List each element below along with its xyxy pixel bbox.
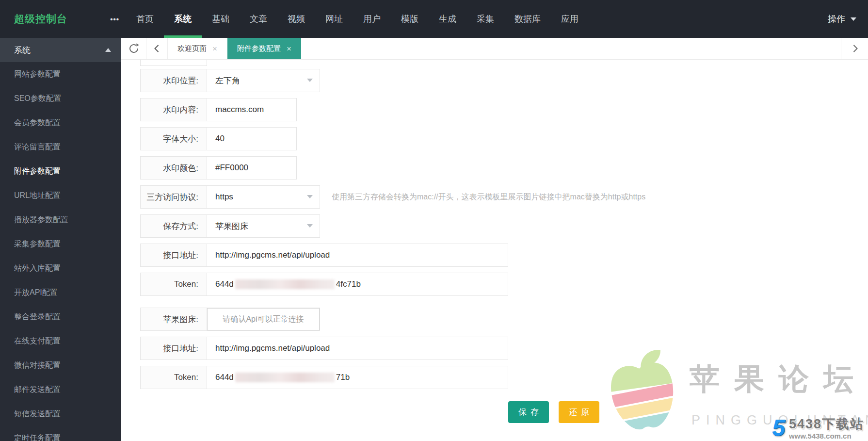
nav-item[interactable]: 视频 (277, 0, 315, 38)
font-size-row: 字体大小:40 (140, 127, 297, 150)
tab-close-icon[interactable]: × (287, 45, 291, 53)
apple-imgbed-status-label: 苹果图床: (141, 308, 207, 330)
nav-item[interactable]: 系统 (164, 0, 202, 38)
more-menu-icon[interactable]: ••• (110, 16, 119, 23)
sidebar-item[interactable]: 邮件发送配置 (0, 377, 121, 402)
sidebar-item[interactable]: 短信发送配置 (0, 402, 121, 426)
clipped-field-above (140, 60, 207, 66)
watermark-position-row: 水印位置:左下角 (140, 69, 320, 92)
token-input[interactable]: 644d4fc71b (207, 273, 508, 295)
sidebar-item[interactable]: 站外入库配置 (0, 256, 121, 280)
tabs-scroll-right-button[interactable] (841, 38, 868, 59)
tab-close-icon[interactable]: × (212, 45, 217, 53)
form-row: Token:644d71b (140, 366, 868, 389)
third-party-protocol-select[interactable]: https (207, 186, 320, 208)
api-url-input[interactable]: http://img.pgcms.net/api/upload (207, 244, 508, 266)
refresh-button[interactable] (121, 38, 146, 59)
tab-spacer (301, 38, 841, 59)
chevron-right-icon (850, 44, 860, 53)
sidebar-item[interactable]: 播放器参数配置 (0, 208, 121, 232)
token-suffix: 4fc71b (336, 279, 361, 289)
form-row: 接口地址:http://img.pgcms.net/api/upload (140, 244, 868, 267)
sidebar-item[interactable]: 开放API配置 (0, 280, 121, 305)
api-url-2-input[interactable]: http://img.pgcms.net/api/upload (207, 337, 508, 359)
page-body: 系统 网站参数配置SEO参数配置会员参数配置评论留言配置附件参数配置URL地址配… (0, 38, 868, 441)
token-prefix: 644d (215, 279, 234, 289)
watermark-content-row: 水印内容:maccms.com (140, 98, 297, 121)
tab[interactable]: 附件参数配置× (227, 38, 301, 59)
redacted-blur (235, 279, 335, 289)
watermark-color-label: 水印颜色: (141, 157, 207, 179)
form-row: 水印位置:左下角 (140, 69, 868, 92)
sidebar-item[interactable]: 采集参数配置 (0, 232, 121, 256)
tabs: 欢迎页面×附件参数配置× (168, 38, 301, 59)
save-method-row: 保存方式:苹果图床 (140, 214, 320, 238)
top-nav: 首页系统基础文章视频网址用户模版生成采集数据库应用 (126, 0, 589, 38)
third-party-protocol-value: https (215, 192, 233, 202)
watermark-position-value: 左下角 (215, 75, 240, 86)
nav-item[interactable]: 用户 (353, 0, 391, 38)
apple-imgbed-status-row: 苹果图床:请确认Api可以正常连接 (140, 308, 320, 331)
apple-imgbed-status-cell: 请确认Api可以正常连接 (207, 308, 320, 330)
sidebar: 系统 网站参数配置SEO参数配置会员参数配置评论留言配置附件参数配置URL地址配… (0, 38, 121, 441)
nav-item[interactable]: 首页 (126, 0, 164, 38)
save-method-label: 保存方式: (141, 215, 207, 237)
save-button[interactable]: 保存 (508, 401, 549, 423)
sidebar-group-label: 系统 (14, 45, 31, 56)
token-label: Token: (141, 273, 207, 295)
tab[interactable]: 欢迎页面× (168, 38, 227, 59)
save-method-select[interactable]: 苹果图床 (207, 215, 320, 237)
field-hint: 使用第三方存储会转换为mac://开头，这表示模板里展示图片链接中把mac替换为… (332, 192, 645, 202)
api-check-button[interactable]: 请确认Api可以正常连接 (207, 308, 320, 330)
watermark-content-value: maccms.com (215, 105, 264, 114)
nav-item[interactable]: 应用 (551, 0, 589, 38)
sidebar-item[interactable]: 附件参数配置 (0, 159, 121, 183)
tab-label: 附件参数配置 (237, 44, 281, 53)
form-row: 苹果图床:请确认Api可以正常连接 (140, 308, 868, 331)
top-bar: 超级控制台 ••• 首页系统基础文章视频网址用户模版生成采集数据库应用 操作 (0, 0, 868, 38)
nav-item[interactable]: 基础 (202, 0, 240, 38)
form-row: 接口地址:http://img.pgcms.net/api/upload (140, 337, 868, 360)
action-menu[interactable]: 操作 (828, 0, 868, 38)
sidebar-item[interactable]: 在线支付配置 (0, 329, 121, 353)
sidebar-item[interactable]: URL地址配置 (0, 183, 121, 208)
tabs-scroll-left-button[interactable] (146, 38, 168, 59)
chevron-up-icon (105, 45, 111, 52)
watermark-color-row: 水印颜色:#FF0000 (140, 156, 297, 180)
sidebar-item[interactable]: SEO参数配置 (0, 86, 121, 111)
nav-item[interactable]: 数据库 (504, 0, 551, 38)
watermark-content-input[interactable]: maccms.com (207, 98, 296, 121)
api-url-row: 接口地址:http://img.pgcms.net/api/upload (140, 244, 508, 267)
nav-item[interactable]: 文章 (240, 0, 277, 38)
dropdown-caret-icon (307, 195, 313, 201)
sidebar-item[interactable]: 会员参数配置 (0, 111, 121, 135)
sidebar-item[interactable]: 定时任务配置 (0, 426, 121, 441)
api-url-value: http://img.pgcms.net/api/upload (215, 250, 330, 260)
reset-button[interactable]: 还原 (559, 401, 599, 423)
form-row: 三方访问协议:https使用第三方存储会转换为mac://开头，这表示模板里展示… (140, 185, 868, 209)
form-actions: 保存 还原 (508, 401, 868, 423)
sidebar-group-header[interactable]: 系统 (0, 38, 121, 62)
watermark-color-input[interactable]: #FF0000 (207, 157, 296, 179)
font-size-input[interactable]: 40 (207, 128, 296, 150)
sidebar-items: 网站参数配置SEO参数配置会员参数配置评论留言配置附件参数配置URL地址配置播放… (0, 62, 121, 441)
sidebar-item[interactable]: 微信对接配置 (0, 353, 121, 377)
nav-item[interactable]: 网址 (315, 0, 353, 38)
sidebar-item[interactable]: 网站参数配置 (0, 62, 121, 86)
nav-item[interactable]: 生成 (429, 0, 466, 38)
token-suffix: 71b (336, 373, 350, 382)
font-size-label: 字体大小: (141, 128, 207, 150)
watermark-position-select[interactable]: 左下角 (207, 69, 320, 92)
nav-item[interactable]: 采集 (466, 0, 504, 38)
third-party-protocol-row: 三方访问协议:https (140, 185, 320, 209)
chevron-down-icon (851, 17, 856, 24)
watermark-color-value: #FF0000 (215, 163, 248, 173)
sidebar-item[interactable]: 评论留言配置 (0, 135, 121, 159)
api-url-2-row: 接口地址:http://img.pgcms.net/api/upload (140, 337, 508, 360)
sidebar-item[interactable]: 整合登录配置 (0, 305, 121, 329)
token-2-input[interactable]: 644d71b (207, 366, 508, 389)
form-row: 字体大小:40 (140, 127, 868, 150)
nav-item[interactable]: 模版 (391, 0, 429, 38)
app-logo: 超级控制台 (14, 12, 67, 26)
dropdown-caret-icon (307, 79, 313, 85)
